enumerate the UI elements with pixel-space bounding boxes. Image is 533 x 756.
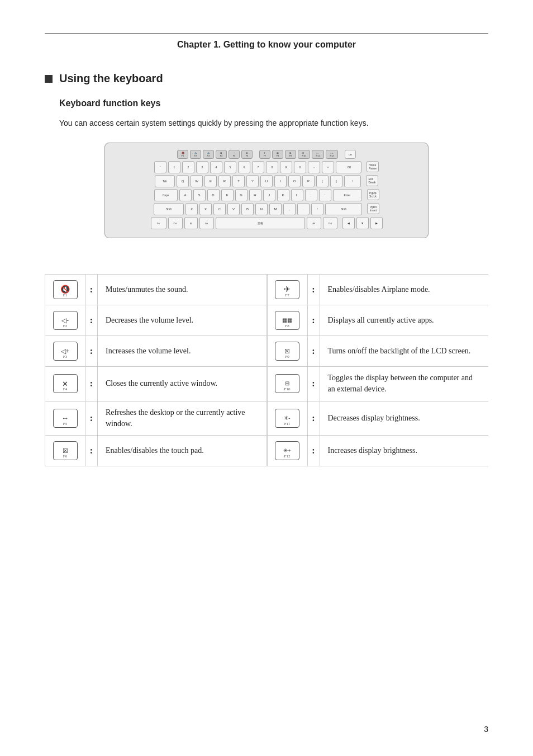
f10-description: Toggles the display between the computer… xyxy=(320,367,489,401)
f9-description: Turns on/off the backlight of the LCD sc… xyxy=(320,336,489,366)
f6-icon-cell: ☒ F6 xyxy=(45,436,85,466)
f8-icon-cell: ▦▦ F8 xyxy=(268,305,308,336)
f5-key-icon: ↔ F5 xyxy=(53,409,78,428)
fkey-row-6: ☒ F6 : Enables/disables the touch pad. ✳… xyxy=(45,435,488,466)
f3-icon-cell: ◁+ F3 xyxy=(45,336,85,366)
f9-icon-cell: ☒ F9 xyxy=(268,336,308,366)
section-title: Using the keyboard xyxy=(45,72,488,85)
fkey-row-4: ✕ F4 : Closes the currently active windo… xyxy=(45,366,488,401)
f12-key-icon: ✳+ F12 xyxy=(275,441,299,460)
fkey-row-5: ↔ F5 : Refreshes the desktop or the curr… xyxy=(45,401,488,436)
f10-key-icon: ⊟ F10 xyxy=(275,374,299,393)
subsection-title: Keyboard function keys xyxy=(59,98,488,108)
f1-description: Mutes/unmutes the sound. xyxy=(98,275,267,305)
f9-key-icon: ☒ F9 xyxy=(275,342,299,361)
fkeys-reference-table: 🔇 F1 : Mutes/unmutes the sound. ✈ F7 : E… xyxy=(45,274,488,466)
f7-description: Enables/disables Airplane mode. xyxy=(320,275,489,305)
f2-icon-cell: ◁- F2 xyxy=(45,305,85,336)
f4-icon-cell: ✕ F4 xyxy=(45,367,85,401)
f6-key-icon: ☒ F6 xyxy=(53,441,78,460)
f8-key-icon: ▦▦ F8 xyxy=(275,311,299,330)
f3-description: Increases the volume level. xyxy=(98,336,267,366)
f7-icon-cell: ✈ F7 xyxy=(268,275,308,305)
f1-icon-cell: 🔇 F1 xyxy=(45,275,85,305)
f10-icon-cell: ⊟ F10 xyxy=(268,367,308,401)
f6-description: Enables/disables the touch pad. xyxy=(98,436,267,466)
f5-icon-cell: ↔ F5 xyxy=(45,401,85,436)
f2-key-icon: ◁- F2 xyxy=(53,311,78,330)
fkey-row-2: ◁- F2 : Decreases the volume level. ▦▦ F… xyxy=(45,305,488,336)
f3-key-icon: ◁+ F3 xyxy=(53,342,78,361)
f11-key-icon: ✳- F11 xyxy=(275,409,299,428)
f1-key-icon: 🔇 F1 xyxy=(53,280,78,299)
fkey-row-3: ◁+ F3 : Increases the volume level. ☒ F9… xyxy=(45,336,488,366)
f12-icon-cell: ✳+ F12 xyxy=(268,436,308,466)
intro-text: You can access certain system settings q… xyxy=(59,117,488,129)
f5-description: Refreshes the desktop or the currently a… xyxy=(98,401,267,436)
page: Chapter 1. Getting to know your computer… xyxy=(0,0,533,756)
f11-description: Decreases display brightness. xyxy=(320,401,489,436)
f12-description: Increases display brightness. xyxy=(320,436,489,466)
page-number: 3 xyxy=(484,725,488,734)
chapter-header: Chapter 1. Getting to know your computer xyxy=(45,34,488,50)
f2-description: Decreases the volume level. xyxy=(98,305,267,336)
f7-key-icon: ✈ F7 xyxy=(275,280,299,299)
keyboard-illustration: 🔇F1 🔉F2 🔊F3 ⊠F4 ↔F5 ⊠F6 ✈F7 ▦F8 ⊠F9 ⊟F10… xyxy=(104,143,429,238)
f4-description: Closes the currently active window. xyxy=(98,367,267,401)
fkey-row-1: 🔇 F1 : Mutes/unmutes the sound. ✈ F7 : E… xyxy=(45,274,488,305)
section-bullet xyxy=(45,75,53,83)
f11-icon-cell: ✳- F11 xyxy=(268,401,308,436)
f4-key-icon: ✕ F4 xyxy=(53,374,78,393)
f8-description: Displays all currently active apps. xyxy=(320,305,489,336)
